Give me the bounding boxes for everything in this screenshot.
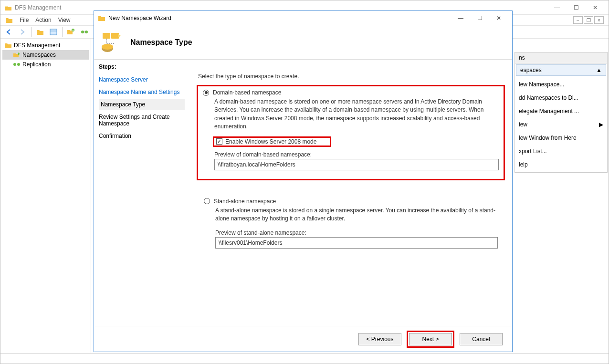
toolbar-replication-icon[interactable]: [79, 27, 90, 37]
action-add-namespaces[interactable]: dd Namespaces to Di...: [516, 91, 606, 104]
wizard-close-icon[interactable]: ✕: [489, 12, 508, 24]
preview-sa-value: \\filesrv001\HomeFolders: [219, 239, 282, 246]
tree-namespaces-label: Namespaces: [22, 52, 56, 58]
step-confirmation: Confirmation: [99, 130, 185, 142]
standalone-desc: A stand-alone namespace is stored on a s…: [215, 207, 498, 223]
mdi-minimize-icon[interactable]: −: [573, 16, 583, 24]
chevron-right-icon: ▶: [599, 121, 603, 128]
action-view[interactable]: iew▶: [516, 118, 606, 131]
mdi-restore-icon[interactable]: ❐: [584, 16, 593, 24]
back-icon[interactable]: [3, 27, 15, 37]
mdi-close-icon[interactable]: ×: [594, 16, 604, 24]
svg-rect-0: [50, 29, 57, 35]
steps-panel: Steps: Namespace Server Namespace Name a…: [94, 60, 189, 321]
enable-2008-checkbox[interactable]: [216, 138, 222, 145]
preview-sa-label: Preview of stand-alone namespace:: [215, 229, 498, 236]
mdi-controls: − ❐ ×: [573, 16, 604, 24]
standalone-radio-row[interactable]: Stand-alone namespace: [204, 198, 498, 205]
actions-panel: ns espaces ▲ lew Namespace... dd Namespa…: [514, 52, 608, 173]
menu-file[interactable]: File: [20, 17, 29, 23]
main-title: DFS Management: [15, 4, 61, 11]
tree-root-label: DFS Management: [14, 42, 60, 49]
collapse-icon[interactable]: ▲: [596, 67, 602, 73]
action-export-list[interactable]: xport List...: [516, 145, 606, 158]
actions-header: ns: [515, 52, 607, 63]
svg-rect-10: [111, 33, 119, 39]
enable-2008-label: Enable Windows Server 2008 mode: [225, 138, 316, 145]
enable-2008-row[interactable]: Enable Windows Server 2008 mode: [214, 138, 330, 146]
action-delegate-management[interactable]: elegate Management ...: [516, 104, 606, 118]
standalone-radio[interactable]: [204, 198, 210, 204]
toolbar-sep2: [62, 27, 63, 37]
main-window-controls: — ☐ ✕: [547, 1, 605, 14]
maximize-icon[interactable]: ☐: [567, 1, 586, 14]
toolbar-new-namespace-icon[interactable]: +: [65, 27, 77, 37]
next-button[interactable]: Next >: [409, 333, 452, 345]
actions-list: lew Namespace... dd Namespaces to Di... …: [515, 77, 607, 172]
svg-rect-9: [103, 33, 110, 39]
wizard-footer: < Previous Next > Cancel: [94, 326, 512, 352]
cancel-button[interactable]: Cancel: [460, 333, 503, 345]
actions-subheader-label: espaces: [520, 67, 542, 73]
minimize-icon[interactable]: —: [547, 1, 567, 14]
close-icon[interactable]: ✕: [586, 1, 605, 14]
statusbar: [0, 353, 609, 364]
tree-replication-label: Replication: [22, 61, 51, 68]
step-namespace-server[interactable]: Namespace Server: [99, 74, 185, 85]
preview-domain-label: Preview of domain-based namespace:: [214, 151, 499, 158]
svg-point-8: [17, 63, 20, 66]
domain-radio-row[interactable]: Domain-based namespace: [203, 89, 499, 96]
tree-namespaces[interactable]: Namespaces: [2, 50, 89, 60]
step-namespace-type[interactable]: Namespace Type: [99, 99, 185, 110]
tree-panel: DFS Management Namespaces Replication: [0, 39, 91, 353]
preview-sa-field: \\filesrv001\HomeFolders: [215, 237, 498, 249]
toolbar-sep: [31, 27, 32, 37]
wizard-heading: Namespace Type: [130, 38, 192, 47]
toolbar-table-icon[interactable]: [48, 27, 59, 37]
action-help[interactable]: lelp: [516, 158, 606, 171]
app-icon-small: [5, 17, 13, 23]
wizard-minimize-icon[interactable]: —: [451, 12, 470, 24]
domain-radio[interactable]: [203, 90, 209, 96]
svg-point-12: [102, 44, 113, 50]
content-intro: Select the type of namespace to create.: [198, 73, 504, 80]
domain-radio-label: Domain-based namespace: [213, 89, 281, 96]
svg-point-7: [13, 63, 16, 66]
action-new-namespace[interactable]: lew Namespace...: [516, 78, 606, 91]
wizard-title: New Namespace Wizard: [108, 15, 171, 21]
next-button-highlight: Next >: [408, 332, 453, 346]
standalone-option-group: Stand-alone namespace A stand-alone name…: [198, 193, 504, 258]
svg-text:+: +: [72, 29, 74, 31]
wizard-icon: [98, 15, 105, 21]
wizard-titlebar: New Namespace Wizard — ☐ ✕: [94, 11, 512, 25]
step-review: Review Settings and Create Namespace: [99, 111, 185, 129]
menu-action[interactable]: Action: [35, 17, 51, 23]
wizard-maximize-icon[interactable]: ☐: [470, 12, 489, 24]
step-namespace-name[interactable]: Namespace Name and Settings: [99, 86, 185, 98]
wizard-window-controls: — ☐ ✕: [451, 12, 508, 24]
preview-domain-field: \\firatboyan.local\HomeFolders: [214, 159, 499, 170]
wizard-dialog: New Namespace Wizard — ☐ ✕ Namespace Typ…: [94, 10, 513, 352]
previous-button[interactable]: < Previous: [358, 333, 401, 345]
action-new-window[interactable]: lew Window from Here: [516, 131, 606, 145]
domain-option-highlight: Domain-based namespace A domain-based na…: [198, 86, 504, 179]
content-panel: Select the type of namespace to create. …: [189, 60, 512, 321]
wizard-body: Steps: Namespace Server Namespace Name a…: [94, 60, 512, 321]
preview-domain-value: \\firatboyan.local\HomeFolders: [218, 161, 295, 168]
standalone-radio-label: Stand-alone namespace: [214, 198, 276, 205]
tree-root[interactable]: DFS Management: [2, 41, 89, 50]
menu-view[interactable]: View: [58, 17, 71, 23]
wizard-header-icon: [100, 31, 123, 54]
domain-desc: A domain-based namespace is stored on on…: [214, 98, 499, 131]
forward-icon[interactable]: [17, 27, 28, 37]
app-icon: [4, 4, 12, 11]
toolbar-folder-icon[interactable]: [34, 27, 46, 37]
wizard-header: Namespace Type: [94, 25, 512, 60]
actions-subheader[interactable]: espaces ▲: [516, 64, 606, 76]
steps-label: Steps:: [99, 63, 185, 70]
tree-replication[interactable]: Replication: [2, 60, 89, 69]
